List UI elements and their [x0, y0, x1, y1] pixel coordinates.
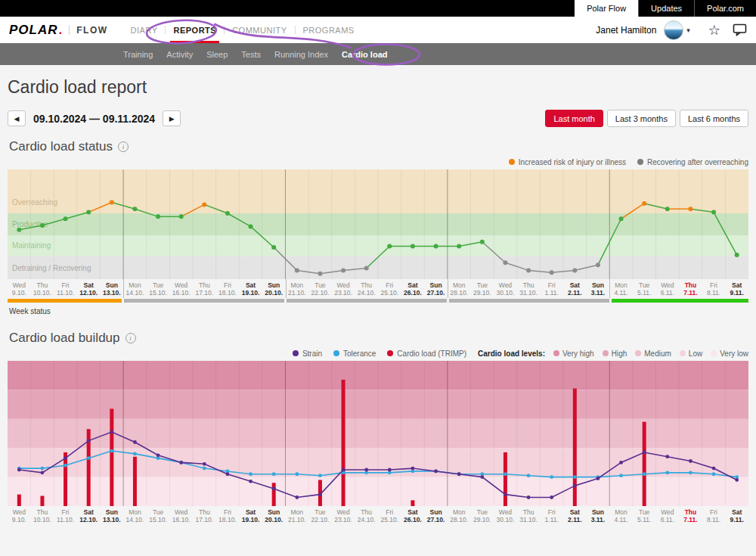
topbar-tab-updates[interactable]: Updates [638, 0, 694, 17]
trimp-bar[interactable] [503, 452, 507, 506]
subnav-item-activity[interactable]: Activity [166, 50, 193, 59]
strain-point[interactable] [133, 440, 137, 444]
tolerance-point[interactable] [295, 472, 299, 476]
status-point[interactable] [132, 207, 137, 211]
strain-point[interactable] [203, 462, 206, 466]
user-name[interactable]: Janet Hamilton [596, 25, 656, 36]
strain-point[interactable] [64, 456, 67, 460]
strain-point[interactable] [665, 455, 669, 458]
next-period-button[interactable]: ▶ [163, 110, 181, 126]
week-status-bar[interactable] [612, 299, 749, 303]
subnav-item-running-index[interactable]: Running Index [274, 50, 328, 59]
status-point[interactable] [318, 272, 322, 276]
tolerance-point[interactable] [573, 475, 577, 479]
status-point[interactable] [64, 216, 68, 221]
chevron-down-icon[interactable]: ▾ [686, 26, 690, 34]
range-button-last-6-months[interactable]: Last 6 months [680, 110, 748, 127]
tolerance-point[interactable] [503, 472, 507, 476]
status-point[interactable] [619, 216, 624, 221]
buildup-chart-svg[interactable] [8, 361, 748, 506]
status-point[interactable] [665, 207, 670, 211]
status-point[interactable] [295, 268, 299, 272]
strain-point[interactable] [156, 453, 160, 457]
strain-point[interactable] [619, 461, 623, 464]
status-point[interactable] [387, 244, 392, 249]
strain-point[interactable] [249, 480, 253, 483]
strain-point[interactable] [272, 487, 276, 491]
messages-icon[interactable] [733, 23, 747, 36]
subnav-item-sleep[interactable]: Sleep [206, 50, 228, 59]
strain-point[interactable] [596, 477, 600, 480]
week-status-bar[interactable] [124, 299, 284, 303]
tolerance-point[interactable] [318, 474, 322, 477]
strain-point[interactable] [550, 495, 553, 499]
strain-point[interactable] [643, 451, 646, 455]
strain-point[interactable] [527, 495, 531, 499]
status-point[interactable] [457, 244, 461, 249]
strain-point[interactable] [388, 468, 392, 472]
nav-item-community[interactable]: COMMUNITY [225, 17, 294, 43]
status-point[interactable] [688, 207, 692, 211]
status-point[interactable] [86, 210, 91, 215]
nav-item-reports[interactable]: REPORTS [166, 17, 224, 43]
status-point[interactable] [341, 268, 345, 272]
tolerance-point[interactable] [272, 472, 276, 476]
tolerance-point[interactable] [527, 474, 531, 477]
subnav-item-tests[interactable]: Tests [241, 50, 261, 59]
tolerance-point[interactable] [550, 475, 553, 479]
status-point[interactable] [271, 245, 276, 250]
nav-item-diary[interactable]: DIARY [123, 17, 166, 43]
status-point[interactable] [17, 228, 21, 232]
range-button-last-3-months[interactable]: Last 3 months [607, 110, 676, 127]
strain-point[interactable] [87, 439, 91, 443]
status-point[interactable] [596, 262, 600, 267]
tolerance-point[interactable] [203, 467, 206, 471]
tolerance-point[interactable] [41, 467, 45, 471]
trimp-bar[interactable] [573, 388, 577, 506]
week-status-bar[interactable] [449, 299, 609, 303]
user-avatar[interactable] [664, 20, 683, 40]
trimp-bar[interactable] [64, 452, 67, 506]
strain-point[interactable] [434, 470, 438, 474]
tolerance-point[interactable] [643, 472, 646, 476]
nav-item-programs[interactable]: PROGRAMS [296, 17, 362, 43]
tolerance-point[interactable] [689, 471, 692, 474]
strain-point[interactable] [480, 475, 484, 479]
favorites-star-icon[interactable]: ☆ [708, 22, 720, 38]
status-point[interactable] [411, 244, 415, 249]
status-point[interactable] [202, 202, 206, 207]
cardio-load-buildup-chart[interactable]: Wed9.10.Thu10.10.Fri11.10.Sat12.10.Sun13… [8, 361, 748, 523]
strain-point[interactable] [295, 495, 299, 499]
status-point[interactable] [249, 224, 253, 228]
status-point[interactable] [156, 214, 160, 219]
tolerance-point[interactable] [619, 474, 623, 477]
status-point[interactable] [550, 270, 554, 275]
info-icon[interactable]: i [118, 141, 129, 152]
strain-point[interactable] [342, 468, 345, 472]
trimp-bar[interactable] [40, 496, 44, 506]
status-point[interactable] [503, 260, 507, 265]
polar-logo[interactable]: POLAR . FLOW [9, 23, 108, 38]
status-point[interactable] [711, 210, 716, 215]
status-point[interactable] [642, 201, 646, 206]
tolerance-point[interactable] [712, 472, 716, 476]
strain-point[interactable] [226, 472, 230, 476]
tolerance-point[interactable] [110, 449, 113, 453]
strain-point[interactable] [17, 468, 21, 472]
trimp-bar[interactable] [133, 457, 137, 506]
subnav-item-training[interactable]: Training [123, 50, 153, 59]
trimp-bar[interactable] [643, 422, 646, 506]
tolerance-point[interactable] [64, 464, 67, 467]
tolerance-point[interactable] [87, 456, 91, 460]
range-button-last-month[interactable]: Last month [545, 110, 603, 127]
status-point[interactable] [735, 253, 739, 257]
strain-point[interactable] [41, 471, 45, 474]
strain-point[interactable] [179, 461, 183, 464]
trimp-bar[interactable] [110, 408, 113, 506]
tolerance-point[interactable] [665, 471, 669, 474]
cardio-load-status-chart[interactable]: OverreachingProductiveMaintainingDetrain… [8, 169, 748, 303]
strain-point[interactable] [735, 478, 739, 482]
topbar-tab-polar-flow[interactable]: Polar Flow [575, 0, 638, 17]
status-chart-svg[interactable]: OverreachingProductiveMaintainingDetrain… [8, 169, 748, 279]
status-point[interactable] [572, 268, 577, 272]
